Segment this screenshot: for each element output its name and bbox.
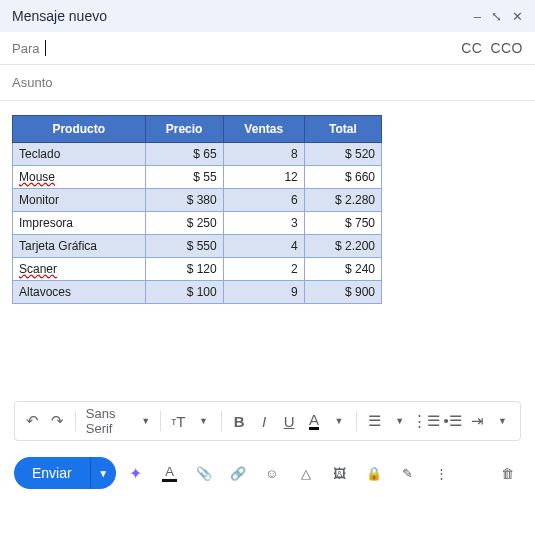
cc-toggle[interactable]: CC <box>461 40 482 56</box>
cco-toggle[interactable]: CCO <box>490 40 523 56</box>
col-producto: Producto <box>13 116 146 143</box>
align-button[interactable]: ☰ <box>363 407 386 435</box>
font-size-button[interactable]: тT <box>167 407 190 435</box>
cell-precio: $ 65 <box>145 143 223 166</box>
table-row: Monitor$ 3806$ 2.280 <box>13 189 382 212</box>
products-table: Producto Precio Ventas Total Teclado$ 65… <box>12 115 382 304</box>
cell-ventas: 8 <box>223 143 304 166</box>
cell-producto: Teclado <box>13 143 146 166</box>
font-family-dropdown[interactable]: Sans Serif ▼ <box>82 406 154 436</box>
cell-total: $ 660 <box>304 166 381 189</box>
cell-producto: Tarjeta Gráfica <box>13 235 146 258</box>
fullscreen-icon[interactable]: ⤡ <box>491 10 502 23</box>
compose-header: Mensaje nuevo – ⤡ ✕ <box>0 0 535 32</box>
cell-precio: $ 55 <box>145 166 223 189</box>
discard-trash-icon[interactable]: 🗑 <box>493 459 521 487</box>
cell-total: $ 2.200 <box>304 235 381 258</box>
attach-file-icon[interactable]: 📎 <box>190 459 218 487</box>
to-field-row[interactable]: Para CC CCO <box>0 32 535 65</box>
chevron-down-icon[interactable]: ▼ <box>327 407 350 435</box>
col-ventas: Ventas <box>223 116 304 143</box>
subject-field[interactable]: Asunto <box>0 65 535 101</box>
more-options-icon[interactable]: ⋮ <box>428 459 456 487</box>
cell-ventas: 9 <box>223 281 304 304</box>
table-row: Mouse$ 5512$ 660 <box>13 166 382 189</box>
underline-button[interactable]: U <box>278 407 301 435</box>
cell-precio: $ 250 <box>145 212 223 235</box>
send-options-button[interactable]: ▼ <box>90 457 116 489</box>
chevron-down-icon: ▼ <box>141 416 150 426</box>
cell-producto: Impresora <box>13 212 146 235</box>
cell-total: $ 900 <box>304 281 381 304</box>
chevron-down-icon[interactable]: ▼ <box>388 407 411 435</box>
window-controls: – ⤡ ✕ <box>474 10 523 23</box>
bold-button[interactable]: B <box>228 407 251 435</box>
cell-ventas: 6 <box>223 189 304 212</box>
text-cursor <box>45 40 46 56</box>
confidential-lock-icon[interactable]: 🔒 <box>360 459 388 487</box>
cell-total: $ 2.280 <box>304 189 381 212</box>
cell-total: $ 240 <box>304 258 381 281</box>
table-row: Scaner$ 1202$ 240 <box>13 258 382 281</box>
to-label: Para <box>12 41 39 56</box>
cell-producto: Altavoces <box>13 281 146 304</box>
cell-precio: $ 380 <box>145 189 223 212</box>
chevron-down-icon[interactable]: ▼ <box>491 407 514 435</box>
send-button-group: Enviar ▼ <box>14 457 116 489</box>
close-icon[interactable]: ✕ <box>512 10 523 23</box>
numbered-list-button[interactable]: ⋮☰ <box>413 407 439 435</box>
insert-emoji-icon[interactable]: ☺ <box>258 459 286 487</box>
drive-icon[interactable]: △ <box>292 459 320 487</box>
cell-ventas: 4 <box>223 235 304 258</box>
cell-ventas: 12 <box>223 166 304 189</box>
cell-producto: Monitor <box>13 189 146 212</box>
col-precio: Precio <box>145 116 223 143</box>
table-row: Altavoces$ 1009$ 900 <box>13 281 382 304</box>
text-color-button[interactable]: A <box>303 407 326 435</box>
cell-producto: Scaner <box>13 258 146 281</box>
compose-actions: Enviar ▼ ✦ A 📎 🔗 ☺ △ 🖼 🔒 ✎ ⋮ 🗑 <box>0 451 535 503</box>
formatting-toolbar: ↶ ↷ Sans Serif ▼ тT ▼ B I U A ▼ ☰ ▼ ⋮☰ •… <box>14 401 521 441</box>
table-row: Tarjeta Gráfica$ 5504$ 2.200 <box>13 235 382 258</box>
redo-button[interactable]: ↷ <box>46 407 69 435</box>
cell-precio: $ 100 <box>145 281 223 304</box>
table-row: Teclado$ 658$ 520 <box>13 143 382 166</box>
cell-ventas: 2 <box>223 258 304 281</box>
table-header-row: Producto Precio Ventas Total <box>13 116 382 143</box>
signature-pen-icon[interactable]: A <box>156 459 184 487</box>
cell-ventas: 3 <box>223 212 304 235</box>
cell-total: $ 520 <box>304 143 381 166</box>
ai-sparkle-icon[interactable]: ✦ <box>122 459 150 487</box>
table-row: Impresora$ 2503$ 750 <box>13 212 382 235</box>
subject-placeholder: Asunto <box>12 75 52 90</box>
insert-image-icon[interactable]: 🖼 <box>326 459 354 487</box>
cell-precio: $ 120 <box>145 258 223 281</box>
ink-pen-icon[interactable]: ✎ <box>394 459 422 487</box>
undo-button[interactable]: ↶ <box>21 407 44 435</box>
cell-producto: Mouse <box>13 166 146 189</box>
font-family-label: Sans Serif <box>86 406 137 436</box>
insert-link-icon[interactable]: 🔗 <box>224 459 252 487</box>
compose-title: Mensaje nuevo <box>12 8 107 24</box>
chevron-down-icon[interactable]: ▼ <box>192 407 215 435</box>
col-total: Total <box>304 116 381 143</box>
minimize-icon[interactable]: – <box>474 10 481 23</box>
cell-total: $ 750 <box>304 212 381 235</box>
italic-button[interactable]: I <box>253 407 276 435</box>
compose-body[interactable]: Producto Precio Ventas Total Teclado$ 65… <box>0 101 535 401</box>
indent-button[interactable]: ⇥ <box>466 407 489 435</box>
bulleted-list-button[interactable]: •☰ <box>441 407 464 435</box>
send-button[interactable]: Enviar <box>14 457 90 489</box>
cell-precio: $ 550 <box>145 235 223 258</box>
